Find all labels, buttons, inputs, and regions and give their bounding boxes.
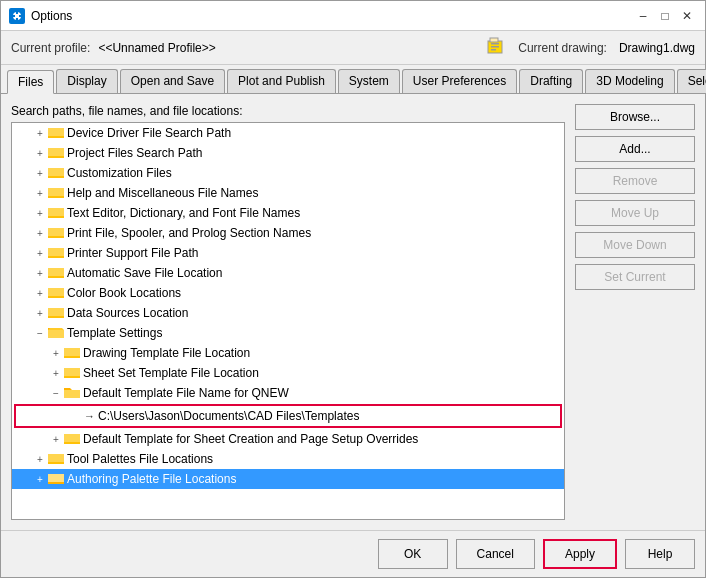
expand-icon[interactable]: +	[32, 225, 48, 241]
footer: OK Cancel Apply Help	[1, 530, 705, 577]
expand-icon[interactable]: +	[32, 125, 48, 141]
expand-icon[interactable]: +	[32, 205, 48, 221]
item-label: Drawing Template File Location	[83, 346, 250, 360]
tab-files[interactable]: Files	[7, 70, 54, 94]
minimize-button[interactable]: –	[633, 6, 653, 26]
expand-icon[interactable]: +	[32, 145, 48, 161]
tree-item-authoring-palette[interactable]: + Authoring Palette File Locations	[12, 469, 564, 489]
tree-item-template-settings[interactable]: − Template Settings	[12, 323, 564, 343]
tree-scroll[interactable]: + Device Driver File Search Path + Proje…	[12, 123, 564, 489]
move-up-button[interactable]: Move Up	[575, 200, 695, 226]
item-label: Authoring Palette File Locations	[67, 472, 236, 486]
tab-display[interactable]: Display	[56, 69, 117, 93]
tree-item-print-file[interactable]: + Print File, Spooler, and Prolog Sectio…	[12, 223, 564, 243]
expand-icon[interactable]: −	[32, 325, 48, 341]
svg-rect-7	[491, 43, 499, 45]
item-label: Device Driver File Search Path	[67, 126, 231, 140]
title-bar: Options – □ ✕	[1, 1, 705, 31]
tree-container[interactable]: + Device Driver File Search Path + Proje…	[11, 122, 565, 520]
tree-item-sheet-set-template[interactable]: + Sheet Set Template File Location	[12, 363, 564, 383]
tab-system[interactable]: System	[338, 69, 400, 93]
item-label: Print File, Spooler, and Prolog Section …	[67, 226, 311, 240]
panel-label: Search paths, file names, and file locat…	[11, 104, 565, 118]
folder-icon	[48, 125, 64, 141]
close-button[interactable]: ✕	[677, 6, 697, 26]
move-down-button[interactable]: Move Down	[575, 232, 695, 258]
item-label: Tool Palettes File Locations	[67, 452, 213, 466]
tab-open-save[interactable]: Open and Save	[120, 69, 225, 93]
tab-3d-modeling[interactable]: 3D Modeling	[585, 69, 674, 93]
folder-icon	[64, 345, 80, 361]
item-label: C:\Users\Jason\Documents\CAD Files\Templ…	[98, 409, 359, 423]
item-label: Text Editor, Dictionary, and Font File N…	[67, 206, 300, 220]
svg-rect-4	[19, 15, 22, 17]
tree-item-color-book[interactable]: + Color Book Locations	[12, 283, 564, 303]
folder-icon	[48, 265, 64, 281]
tree-item-customization[interactable]: + Customization Files	[12, 163, 564, 183]
item-label: Automatic Save File Location	[67, 266, 222, 280]
tab-drafting[interactable]: Drafting	[519, 69, 583, 93]
item-label: Color Book Locations	[67, 286, 181, 300]
expand-icon[interactable]: +	[32, 305, 48, 321]
folder-icon	[48, 305, 64, 321]
cancel-button[interactable]: Cancel	[456, 539, 535, 569]
svg-rect-1	[16, 11, 18, 14]
folder-icon	[48, 471, 64, 487]
expand-icon[interactable]: +	[32, 285, 48, 301]
item-label: Customization Files	[67, 166, 172, 180]
help-button[interactable]: Help	[625, 539, 695, 569]
current-drawing-label: Current drawing:	[518, 41, 607, 55]
svg-rect-6	[490, 38, 498, 42]
app-icon	[9, 8, 25, 24]
folder-icon	[64, 431, 80, 447]
maximize-button[interactable]: □	[655, 6, 675, 26]
browse-button[interactable]: Browse...	[575, 104, 695, 130]
folder-open-icon	[48, 325, 64, 341]
tree-item-tool-palettes[interactable]: + Tool Palettes File Locations	[12, 449, 564, 469]
ok-button[interactable]: OK	[378, 539, 448, 569]
current-profile-value: <<Unnamed Profile>>	[98, 41, 215, 55]
tree-item-help-misc[interactable]: + Help and Miscellaneous File Names	[12, 183, 564, 203]
expand-icon[interactable]: +	[32, 265, 48, 281]
tree-item-data-sources[interactable]: + Data Sources Location	[12, 303, 564, 323]
item-label: Data Sources Location	[67, 306, 188, 320]
tree-item-default-template-sheet[interactable]: + Default Template for Sheet Creation an…	[12, 429, 564, 449]
folder-icon	[48, 451, 64, 467]
remove-button[interactable]: Remove	[575, 168, 695, 194]
title-controls: – □ ✕	[633, 6, 697, 26]
tree-item-default-template-qnew[interactable]: − Default Template File Name for QNEW	[12, 383, 564, 403]
tree-item-device-driver[interactable]: + Device Driver File Search Path	[12, 123, 564, 143]
expand-icon[interactable]: −	[48, 385, 64, 401]
tree-item-printer-support[interactable]: + Printer Support File Path	[12, 243, 564, 263]
tab-selection[interactable]: Selection	[677, 69, 706, 93]
expand-icon[interactable]: +	[32, 471, 48, 487]
right-panel: Browse... Add... Remove Move Up Move Dow…	[575, 104, 695, 520]
svg-rect-9	[491, 49, 496, 51]
folder-icon	[48, 185, 64, 201]
item-label: Template Settings	[67, 326, 162, 340]
add-button[interactable]: Add...	[575, 136, 695, 162]
tab-plot-publish[interactable]: Plot and Publish	[227, 69, 336, 93]
expand-icon[interactable]: +	[32, 245, 48, 261]
item-label: Default Template File Name for QNEW	[83, 386, 289, 400]
item-label: Default Template for Sheet Creation and …	[83, 432, 418, 446]
expand-icon[interactable]: +	[48, 345, 64, 361]
folder-icon	[48, 285, 64, 301]
current-drawing-value: Drawing1.dwg	[619, 41, 695, 55]
tree-item-project-files[interactable]: + Project Files Search Path	[12, 143, 564, 163]
expand-icon[interactable]: +	[32, 185, 48, 201]
tree-item-text-editor[interactable]: + Text Editor, Dictionary, and Font File…	[12, 203, 564, 223]
expand-icon[interactable]: +	[32, 165, 48, 181]
tree-item-template-path[interactable]: + → C:\Users\Jason\Documents\CAD Files\T…	[14, 404, 562, 428]
apply-button[interactable]: Apply	[543, 539, 617, 569]
options-window: Options – □ ✕ Current profile: <<Unnamed…	[0, 0, 706, 578]
tree-item-auto-save[interactable]: + Automatic Save File Location	[12, 263, 564, 283]
set-current-button[interactable]: Set Current	[575, 264, 695, 290]
expand-icon[interactable]: +	[48, 365, 64, 381]
tab-user-prefs[interactable]: User Preferences	[402, 69, 517, 93]
profile-bar: Current profile: <<Unnamed Profile>> Cur…	[1, 31, 705, 65]
expand-icon[interactable]: +	[32, 451, 48, 467]
expand-icon[interactable]: +	[48, 431, 64, 447]
tree-item-drawing-template[interactable]: + Drawing Template File Location	[12, 343, 564, 363]
left-panel: Search paths, file names, and file locat…	[11, 104, 565, 520]
